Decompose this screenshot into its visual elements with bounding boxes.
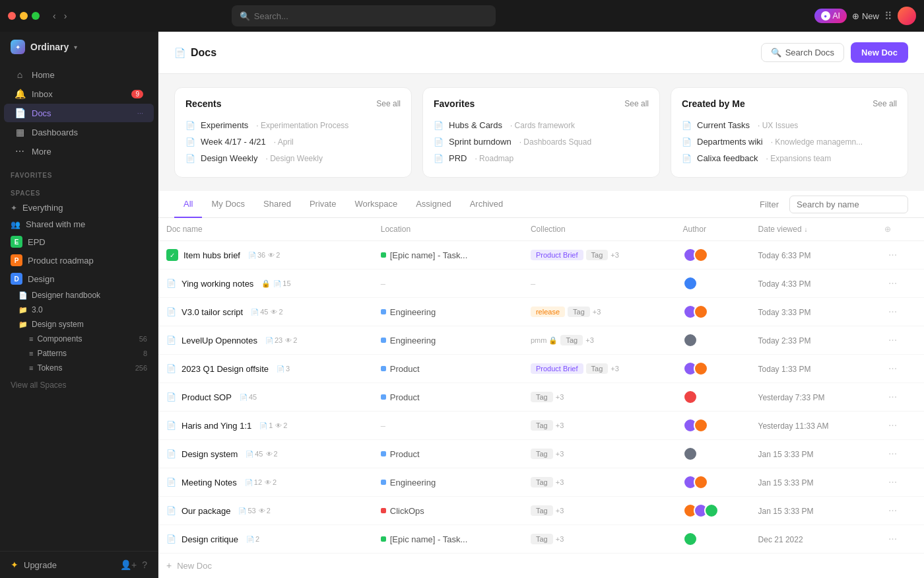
row-more-button[interactable]: ··· [884, 503, 901, 517]
docs-more-icon[interactable]: ··· [137, 109, 143, 117]
forward-button[interactable]: › [61, 9, 70, 22]
collection-tag-gray[interactable]: Tag [586, 363, 609, 374]
ai-button[interactable]: ● AI [814, 9, 847, 23]
table-row[interactable]: ✓Item hubs brief📄36👁2[Epic name] - Task.… [158, 241, 924, 270]
collection-tag-gray[interactable]: Tag [531, 392, 553, 402]
sidebar-item-design[interactable]: D Design [0, 270, 158, 288]
table-row[interactable]: 📄Product SOP📄45ProductTag+3Yesterday 7:3… [158, 383, 924, 412]
add-member-icon[interactable]: 👤+ [120, 560, 137, 570]
doc-name-text[interactable]: Design critique [182, 534, 238, 544]
collection-tag-orange[interactable]: release [531, 307, 565, 317]
maximize-btn[interactable] [32, 12, 40, 20]
sidebar-item-docs[interactable]: 📄 Docs ··· [4, 104, 154, 122]
created-see-all[interactable]: See all [873, 99, 897, 108]
row-more-button[interactable]: ··· [884, 248, 901, 262]
tab-all[interactable]: All [174, 191, 202, 218]
new-doc-button[interactable]: New Doc [851, 42, 908, 63]
sidebar-item-home[interactable]: ⌂ Home [4, 65, 154, 84]
row-more-button[interactable]: ··· [884, 447, 901, 460]
recents-see-all[interactable]: See all [376, 99, 401, 108]
close-btn[interactable] [8, 12, 16, 20]
collection-tag-gray[interactable]: Tag [531, 477, 553, 488]
fav-item-3[interactable]: 📄 PRD · Roadmap [434, 150, 649, 166]
sidebar-item-more[interactable]: ⋯ More [4, 142, 154, 161]
view-all-spaces-link[interactable]: View all Spaces [0, 375, 158, 395]
sidebar-item-shared[interactable]: 👥 Shared with me [0, 216, 158, 233]
sidebar-item-inbox[interactable]: 🔔 Inbox 9 [4, 85, 154, 103]
col-add[interactable]: ⊕ [876, 218, 924, 241]
col-doc-name[interactable]: Doc name [158, 218, 373, 241]
new-button[interactable]: ⊕ New [852, 11, 879, 21]
tab-assigned[interactable]: Assigned [407, 191, 460, 218]
doc-name-text[interactable]: Item hubs brief [183, 250, 240, 260]
doc-name-text[interactable]: Ying working notes [182, 279, 253, 289]
tree-item-designer-handbook[interactable]: 📄 Designer handbook [0, 288, 158, 303]
tree-item-3-0[interactable]: 📁 3.0 [0, 303, 158, 317]
tree-item-tokens[interactable]: ≡ Tokens 256 [0, 361, 158, 375]
fav-item-1[interactable]: 📄 Hubs & Cards · Cards framework [434, 117, 649, 133]
row-more-button[interactable]: ··· [884, 390, 901, 404]
table-row[interactable]: 📄Meeting Notes📄12👁2EngineeringTag+3Jan 1… [158, 468, 924, 497]
help-icon[interactable]: ? [142, 560, 147, 570]
table-row[interactable]: 📄Design critique📄2[Epic name] - Task...T… [158, 525, 924, 554]
collection-tag-gray[interactable]: Tag [531, 505, 553, 516]
col-collection[interactable]: Collection [523, 218, 675, 241]
recent-item-3[interactable]: 📄 Design Weekly · Design Weekly [185, 150, 401, 166]
recent-item-1[interactable]: 📄 Experiments · Experimentation Process [185, 117, 401, 133]
table-row[interactable]: 📄Design system📄45👁2ProductTag+3Jan 15 3:… [158, 440, 924, 468]
table-row[interactable]: 📄V3.0 tailor script📄45👁2Engineeringrelea… [158, 298, 924, 326]
doc-name-text[interactable]: Our package [182, 506, 230, 516]
collection-tag-gray[interactable]: Tag [568, 307, 590, 317]
favorites-see-all[interactable]: See all [624, 99, 649, 108]
tab-archived[interactable]: Archived [461, 191, 513, 218]
table-row[interactable]: 📄2023 Q1 Design offsite📄3ProductProduct … [158, 355, 924, 383]
global-search[interactable]: 🔍 [232, 5, 496, 26]
new-doc-row[interactable]: + New Doc [158, 554, 924, 577]
tab-workspace[interactable]: Workspace [345, 191, 407, 218]
workspace-header[interactable]: ✦ Ordinary ▾ [0, 32, 158, 62]
row-more-button[interactable]: ··· [884, 361, 901, 375]
collection-tag-gray[interactable]: Tag [531, 420, 553, 431]
tree-item-patterns[interactable]: ≡ Patterns 8 [0, 346, 158, 361]
col-date[interactable]: Date viewed ↓ [750, 218, 876, 241]
created-item-3[interactable]: 📄 Calixa feedback · Expansions team [682, 150, 897, 166]
minimize-btn[interactable] [20, 12, 28, 20]
collection-tag-gray[interactable]: Tag [560, 335, 583, 345]
row-more-button[interactable]: ··· [884, 333, 901, 347]
filter-button[interactable]: Filter [754, 197, 784, 212]
table-row[interactable]: 📄Our package📄53👁2ClickOpsTag+3Jan 15 3:3… [158, 497, 924, 525]
recent-item-2[interactable]: 📄 Week 4/17 - 4/21 · April [185, 133, 401, 150]
tree-item-components[interactable]: ≡ Components 56 [0, 332, 158, 346]
doc-name-text[interactable]: 2023 Q1 Design offsite [182, 364, 269, 374]
doc-name-text[interactable]: V3.0 tailor script [182, 307, 243, 317]
doc-name-text[interactable]: Product SOP [182, 392, 232, 402]
collection-tag-gray[interactable]: Tag [586, 250, 609, 260]
row-more-button[interactable]: ··· [884, 276, 901, 290]
doc-name-text[interactable]: LevelUp Opennotes [182, 336, 257, 345]
tab-shared[interactable]: Shared [254, 191, 300, 218]
created-item-2[interactable]: 📄 Departments wiki · Knowledge managemn.… [682, 133, 897, 150]
collection-tag-gray[interactable]: Tag [531, 534, 553, 544]
fav-item-2[interactable]: 📄 Sprint burndown · Dashboards Squad [434, 133, 649, 150]
grid-icon[interactable]: ⠿ [884, 10, 892, 22]
sidebar-item-product[interactable]: P Product roadmap [0, 251, 158, 270]
table-row[interactable]: 📄Haris and Ying 1:1📄1👁2–Tag+3Yesterday 1… [158, 412, 924, 440]
search-docs-button[interactable]: 🔍 Search Docs [761, 43, 844, 62]
table-row[interactable]: 📄LevelUp Opennotes📄23👁2Engineeringpmm 🔒T… [158, 326, 924, 355]
sidebar-item-dashboards[interactable]: ▦ Dashboards [4, 123, 154, 141]
row-more-button[interactable]: ··· [884, 475, 901, 489]
sidebar-item-epd[interactable]: E EPD [0, 233, 158, 251]
collection-tag-gray[interactable]: Tag [531, 449, 553, 459]
col-author[interactable]: Author [675, 218, 750, 241]
row-more-button[interactable]: ··· [884, 532, 901, 546]
back-button[interactable]: ‹ [50, 9, 59, 22]
collection-tag-purple[interactable]: Product Brief [531, 363, 583, 374]
user-avatar[interactable] [898, 7, 916, 25]
tree-item-design-system[interactable]: 📁 Design system [0, 317, 158, 332]
table-row[interactable]: 📄Ying working notes🔒📄15––Today 4:33 PM··… [158, 270, 924, 298]
search-name-input[interactable] [789, 196, 908, 213]
tab-private[interactable]: Private [300, 191, 345, 218]
row-more-button[interactable]: ··· [884, 305, 901, 318]
tab-my-docs[interactable]: My Docs [202, 191, 254, 218]
created-item-1[interactable]: 📄 Current Tasks · UX Issues [682, 117, 897, 133]
